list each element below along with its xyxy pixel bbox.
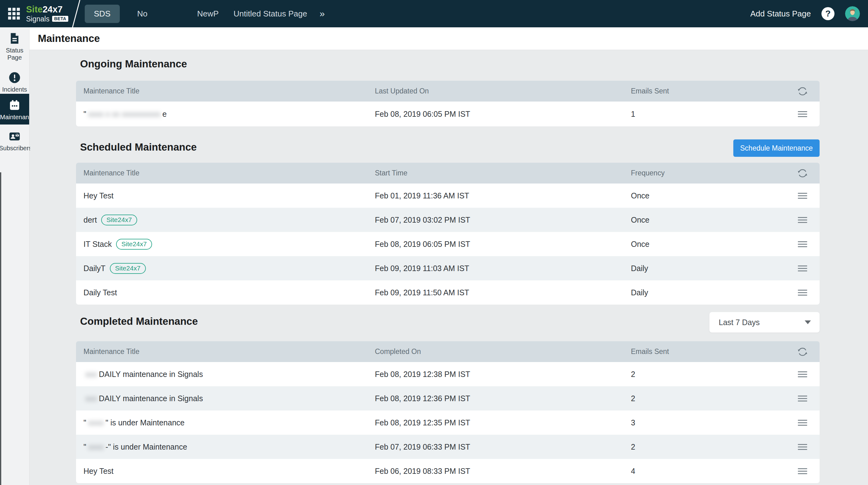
- table-row: DailyTSite24x7Feb 09, 2019 11:03 AM ISTD…: [76, 256, 819, 280]
- date-cell: Feb 08, 2019 06:05 PM IST: [375, 240, 631, 249]
- sidebar-item-incidents[interactable]: Incidents: [0, 71, 29, 93]
- value-cell: 1: [631, 110, 785, 119]
- value-cell: 3: [631, 418, 785, 427]
- column-header: Emails Sent: [631, 87, 785, 95]
- avatar[interactable]: [845, 6, 860, 21]
- table-header-row: Maintenance Title Last Updated On Emails…: [76, 81, 819, 101]
- date-cell: Feb 01, 2019 11:36 AM IST: [375, 191, 631, 200]
- redacted-text: xxx: [85, 394, 97, 403]
- completed-maintenance-heading: Completed Maintenance: [80, 315, 198, 327]
- row-menu-icon[interactable]: [798, 241, 807, 247]
- column-header: Completed On: [375, 347, 631, 356]
- tab-untitled-status-page[interactable]: Untitled Status Page: [234, 9, 307, 19]
- sidebar-item-label: Status Page: [0, 47, 30, 61]
- maintenance-title-cell: DailyTSite24x7: [76, 263, 375, 274]
- topbar-right: Add Status Page ?: [750, 6, 860, 21]
- row-menu-icon[interactable]: [798, 290, 807, 296]
- value-cell: 2: [631, 370, 785, 379]
- redacted-text: xxxx: [88, 418, 104, 427]
- site24x7-badge: Site24x7: [101, 215, 137, 225]
- date-cell: Feb 06, 2019 08:33 PM IST: [375, 467, 631, 476]
- tab-newp[interactable]: NewP: [197, 9, 218, 19]
- column-header: Maintenance Title: [76, 347, 375, 356]
- maintenance-title-cell: Hey Test: [76, 467, 375, 476]
- row-menu-icon[interactable]: [798, 396, 807, 401]
- diagonal-separator: [72, 0, 81, 27]
- brand-rest-text: 24x7: [42, 4, 63, 14]
- help-icon[interactable]: ?: [822, 7, 835, 20]
- title-text: -" is under Maintenance: [105, 443, 187, 452]
- sidebar-item-status-page[interactable]: Status Page: [0, 32, 29, 61]
- title-text: DAILY maintenance in Signals: [99, 370, 203, 379]
- table-row: "xxxx" is under MaintenanceFeb 08, 2019 …: [76, 411, 819, 435]
- value-cell: Daily: [631, 288, 785, 297]
- title-text: DAILY maintenance in Signals: [99, 394, 203, 403]
- row-menu-icon[interactable]: [798, 217, 807, 223]
- page-title: Maintenance: [38, 33, 100, 44]
- scheduled-maintenance-heading: Scheduled Maintenance: [80, 141, 197, 153]
- tab-sds[interactable]: SDS: [85, 5, 120, 23]
- maintenance-title-cell: "xxxx-" is under Maintenance: [76, 443, 375, 452]
- row-menu-icon[interactable]: [798, 111, 807, 117]
- row-menu-icon[interactable]: [798, 371, 807, 377]
- title-text: Hey Test: [84, 191, 114, 200]
- table-body: "xxxx x xx xxxxxxxxxxeFeb 08, 2019 06:05…: [76, 101, 819, 126]
- schedule-maintenance-button[interactable]: Schedule Maintenance: [733, 140, 819, 157]
- table-header-row: Maintenance Title Completed On Emails Se…: [76, 341, 819, 362]
- brand-signals-text: Signals: [26, 15, 49, 23]
- table-row: Hey TestFeb 06, 2019 08:33 PM IST4: [76, 459, 819, 483]
- sidebar-item-label: Maintenance: [0, 114, 29, 121]
- sidebar-item-maintenance[interactable]: Maintenance: [0, 94, 29, 124]
- add-status-page-button[interactable]: Add Status Page: [750, 9, 811, 19]
- apps-grid-icon[interactable]: [8, 8, 20, 20]
- row-actions: [785, 241, 819, 247]
- row-actions: [785, 290, 819, 296]
- date-cell: Feb 08, 2019 12:35 PM IST: [375, 418, 631, 427]
- avatar-illustration: [845, 6, 860, 21]
- value-cell: 2: [631, 443, 785, 452]
- contact-card-icon: [8, 130, 21, 143]
- title-text: Hey Test: [84, 467, 114, 476]
- site24x7-badge: Site24x7: [110, 263, 146, 274]
- title-text: ": [84, 418, 86, 427]
- row-actions: [785, 111, 819, 117]
- page-header: Maintenance: [29, 27, 868, 50]
- title-text: e: [162, 110, 167, 119]
- date-range-dropdown[interactable]: Last 7 Days: [709, 312, 819, 333]
- column-header: Maintenance Title: [76, 169, 375, 177]
- date-cell: Feb 07, 2019 03:02 PM IST: [375, 215, 631, 224]
- title-text: DailyT: [84, 264, 105, 273]
- refresh-icon[interactable]: [797, 86, 808, 97]
- sidebar-item-subscribers[interactable]: Subscribers: [0, 130, 29, 152]
- row-actions: [785, 266, 819, 271]
- row-actions: [785, 396, 819, 401]
- refresh-icon[interactable]: [797, 168, 808, 179]
- row-menu-icon[interactable]: [798, 193, 807, 199]
- maintenance-title-cell: Daily Test: [76, 288, 375, 297]
- tab-no[interactable]: No: [137, 9, 147, 19]
- more-tabs-icon[interactable]: »: [320, 8, 325, 19]
- table-row: "xxxx-" is under MaintenanceFeb 07, 2019…: [76, 435, 819, 459]
- table-row: Hey TestFeb 01, 2019 11:36 AM ISTOnce: [76, 183, 819, 208]
- topbar: Site24x7 Signals BETA SDSNoNewPUntitled …: [0, 0, 868, 27]
- value-cell: Once: [631, 240, 785, 249]
- row-menu-icon[interactable]: [798, 420, 807, 426]
- row-menu-icon[interactable]: [798, 444, 807, 450]
- brand-logo: Site24x7 Signals BETA: [26, 5, 68, 23]
- value-cell: Once: [631, 191, 785, 200]
- redacted-text: xxxx: [88, 443, 104, 452]
- row-actions: [785, 444, 819, 450]
- window-edge: [0, 172, 1, 485]
- refresh-icon[interactable]: [797, 346, 808, 357]
- sidebar-item-label: Subscribers: [0, 145, 30, 152]
- row-menu-icon[interactable]: [798, 266, 807, 271]
- title-text: IT Stack: [84, 240, 112, 249]
- table-row: xxxDAILY maintenance in SignalsFeb 08, 2…: [76, 386, 819, 411]
- date-cell: Feb 09, 2019 11:50 AM IST: [375, 288, 631, 297]
- table-body: Hey TestFeb 01, 2019 11:36 AM ISTOnceder…: [76, 183, 819, 305]
- title-text: ": [84, 443, 86, 452]
- content: Ongoing Maintenance Maintenance Title La…: [29, 50, 868, 485]
- date-cell: Feb 07, 2019 06:33 PM IST: [375, 443, 631, 452]
- maintenance-title-cell: xxxDAILY maintenance in Signals: [76, 394, 375, 403]
- row-menu-icon[interactable]: [798, 468, 807, 474]
